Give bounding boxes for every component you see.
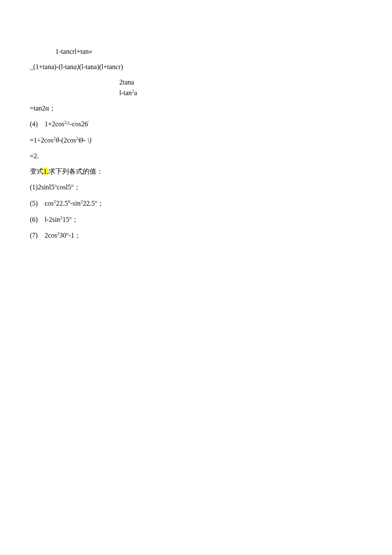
text: 15	[63, 216, 69, 223]
math-line-8: =2.	[30, 151, 366, 161]
text: =tan2α；	[30, 105, 56, 112]
text: 2tana	[119, 78, 134, 86]
item-5: (5) cos222.50-sin222.5o；	[30, 198, 366, 209]
variant-heading: 变式1.求下列各式的值：	[30, 167, 366, 176]
text: a	[134, 89, 137, 96]
text-italic: Θ-	[78, 137, 86, 144]
text: (6) l-2sin	[30, 216, 60, 223]
text: (4) 1+2cos	[30, 120, 64, 128]
superscript: '	[88, 119, 89, 125]
text: =2.	[30, 152, 39, 160]
text: -1；	[69, 232, 81, 239]
text: ；	[74, 184, 81, 191]
fraction-denominator: l-tan2a	[119, 88, 366, 98]
item-4: (4) 1+2cos2^-cos26'	[30, 119, 366, 129]
math-line-1: 1-tancrl+tan«	[30, 47, 366, 56]
item-6: (6) l-2sin215o；	[30, 215, 366, 225]
fraction-numerator: 2tana	[119, 78, 366, 87]
item-7: (7) 2cos230o-1；	[30, 230, 366, 241]
text: (5) cos	[30, 200, 54, 207]
text: 22.5	[83, 200, 95, 207]
highlighted-text: 1.	[43, 168, 49, 175]
text: ；	[72, 216, 78, 223]
text: _(1+tana)-(l-tan	[30, 63, 73, 70]
text: 变式	[30, 168, 43, 175]
text: 1-tancrl+tan«	[55, 48, 92, 55]
text: ^-cos26	[67, 120, 88, 128]
text-italic: a)	[73, 63, 79, 70]
text: ；	[97, 200, 104, 207]
text: cosl5	[57, 184, 71, 191]
text: l-tan	[119, 89, 132, 96]
math-line-7: =1÷2cos2θ-(2cos2Θ- \)	[30, 135, 366, 145]
text: -(2cos	[59, 137, 76, 144]
math-line-5: =tan2α；	[30, 104, 366, 113]
text-italic: \)	[86, 137, 92, 144]
fraction-block: 2tana l-tan2a	[30, 78, 366, 98]
text: -sin	[70, 200, 81, 207]
text: (1)2sinl5	[30, 184, 55, 191]
text: 22.5	[56, 200, 68, 207]
text: (7) 2cos	[30, 232, 57, 239]
text-italic: θ	[56, 137, 59, 144]
item-1: (1)2sinl5ocosl5o；	[30, 182, 366, 192]
text: =1÷2cos	[30, 137, 53, 144]
text: (l-tana)(l+tancr)	[79, 63, 123, 70]
document-page: 1-tancrl+tan« _(1+tana)-(l-tana)(l-tana)…	[0, 0, 392, 241]
text: 30	[59, 232, 66, 239]
math-line-2: _(1+tana)-(l-tana)(l-tana)(l+tancr)	[30, 62, 366, 72]
text: 求下列各式的值：	[49, 168, 103, 175]
